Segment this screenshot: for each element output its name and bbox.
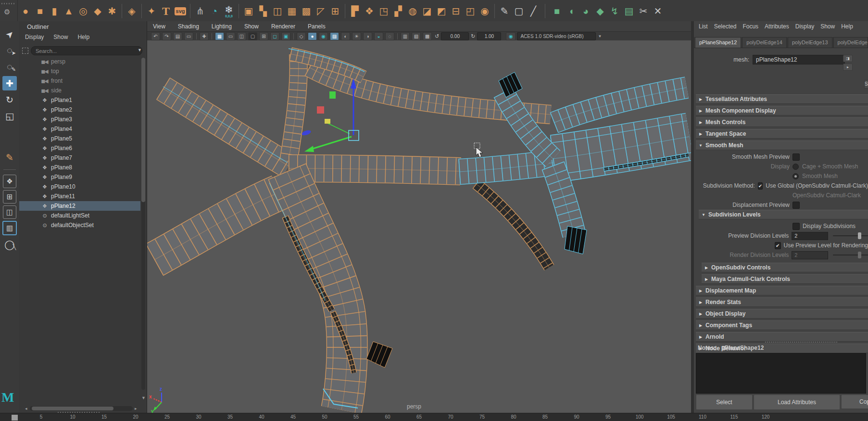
wireframe-display-icon[interactable]: ◇	[297, 32, 306, 40]
colorspace-dropdown[interactable]: ACES 1.0 SDR-video (sRGB)	[517, 32, 596, 40]
rotate-tool[interactable]: ↻	[2, 92, 17, 107]
viewport-menu-view[interactable]: View	[153, 23, 165, 30]
shelf-gear-icon[interactable]: ⚙	[4, 8, 10, 16]
outliner-item-pPlane6[interactable]: ❖pPlane6	[19, 143, 140, 153]
zoom-tool[interactable]: ◯╲	[2, 237, 17, 252]
poly-disc-icon[interactable]: ✱	[105, 2, 119, 20]
outliner-item-pPlane10[interactable]: ❖pPlane10	[19, 182, 140, 191]
outliner-scroll-down-icon[interactable]: ▼	[141, 395, 146, 400]
smooth-shade-all-icon[interactable]: ●	[308, 32, 317, 40]
sphere-project-icon[interactable]: ◉	[478, 2, 492, 20]
smooth-icon[interactable]: ▦	[285, 2, 299, 20]
safe-title-icon[interactable]: ▣	[281, 32, 290, 40]
poly-cube-icon[interactable]: ■	[33, 2, 47, 20]
ae-menu-show[interactable]: Show	[820, 23, 835, 30]
viewport-menu-shading[interactable]: Shading	[178, 23, 199, 30]
uv-cut-icon[interactable]: ✂	[636, 2, 651, 20]
wireframe-on-shaded-icon[interactable]: ◉	[319, 32, 328, 40]
outliner-menu-show[interactable]: Show	[53, 34, 68, 40]
film-gate-icon[interactable]: ▭	[226, 32, 235, 40]
redo-view-icon[interactable]: ↷	[162, 32, 171, 40]
displacement-preview-checkbox[interactable]	[793, 202, 800, 209]
viewport-menu-lighting[interactable]: Lighting	[212, 23, 232, 30]
hscroll-left-icon[interactable]: ◂	[25, 406, 27, 411]
svg-tool-icon[interactable]: svg	[173, 2, 188, 20]
outliner-item-pPlane3[interactable]: ❖pPlane3	[19, 115, 140, 124]
notes-resize-handle[interactable]	[765, 342, 837, 343]
section-opensubdiv-controls[interactable]: ▶OpenSubdiv Controls	[702, 263, 868, 272]
load-attributes-button[interactable]: Load Attributes	[754, 395, 840, 410]
section-smooth-mesh[interactable]: ▼Smooth Mesh	[696, 140, 868, 150]
display-subdivisions-checkbox[interactable]	[793, 223, 800, 230]
outliner-vscroll-thumb[interactable]	[141, 58, 145, 202]
outliner-item-persp[interactable]: ◼◀persp	[19, 57, 140, 66]
use-global-checkbox[interactable]: ✔	[758, 182, 763, 190]
outliner-hscroll[interactable]: ◂ ▸	[25, 406, 138, 411]
layout-four-pane[interactable]: ⊞	[3, 190, 16, 204]
xray-icon[interactable]: ▧	[412, 32, 421, 40]
outliner-item-pPlane7[interactable]: ❖pPlane7	[19, 153, 140, 163]
poly-text-icon[interactable]: T	[159, 2, 173, 20]
layout-single-pane[interactable]: ❖	[3, 175, 16, 188]
platonic-solid-icon[interactable]: ◈	[125, 2, 139, 20]
ae-menu-list[interactable]: List	[699, 23, 708, 30]
section-tangent-space[interactable]: ▶Tangent Space	[696, 129, 868, 139]
paint-select-tool[interactable]: ◌✎	[2, 60, 17, 74]
circularize-icon[interactable]: ◍	[405, 2, 420, 20]
ae-menu-attributes[interactable]: Attributes	[765, 23, 789, 30]
section-tessellation-attributes[interactable]: ▶Tessellation Attributes	[696, 94, 868, 104]
mesh-name-field[interactable]: pPlaneShape12	[753, 55, 845, 64]
field-chart-icon[interactable]: ⊞	[259, 32, 268, 40]
move-tool[interactable]: ✚	[2, 76, 17, 90]
hscroll-right-icon[interactable]: ▸	[135, 406, 137, 411]
project-curve-icon[interactable]: ▞	[391, 2, 405, 20]
make-live-icon[interactable]: ⋔	[193, 2, 207, 20]
bridge-icon[interactable]: ◳	[377, 2, 391, 20]
outliner-item-pPlane2[interactable]: ❖pPlane2	[19, 105, 140, 115]
uv-editor-icon[interactable]: ▤	[622, 2, 636, 20]
extract-face-icon[interactable]: ◩	[434, 2, 449, 20]
reset-time-clock-icon[interactable]: ◔	[207, 2, 222, 20]
ae-menu-selected[interactable]: Selected	[714, 23, 737, 30]
render-division-levels-slider[interactable]	[833, 255, 868, 255]
shadows-icon[interactable]: ◑	[363, 32, 372, 40]
sweep-mesh-icon[interactable]: ✦	[144, 2, 159, 20]
quadrangulate-icon[interactable]: ⊞	[328, 2, 342, 20]
opensubdiv-method-dropdown[interactable]: OpenSubdiv Catmull-Clark	[793, 192, 861, 199]
bookmark-view-icon[interactable]: ▤	[173, 32, 182, 40]
screen-space-ao-icon[interactable]: ◒	[374, 32, 383, 40]
gamma-field[interactable]: 1.00	[477, 32, 501, 40]
color-management-icon[interactable]: ◉	[506, 32, 516, 40]
uv-spherical-icon[interactable]: ◕	[579, 2, 593, 20]
section-subdivision-levels[interactable]: ▼Subdivision Levels	[699, 210, 868, 219]
uv-planar-icon[interactable]: ■	[550, 2, 564, 20]
section-mesh-component-display[interactable]: ▶Mesh Component Display	[696, 106, 868, 115]
search-caret-icon[interactable]: ▼	[138, 48, 142, 52]
resolution-gate-icon[interactable]: ◫	[237, 32, 246, 40]
gamma-icon[interactable]: ↻	[471, 33, 475, 39]
separate-icon[interactable]: ▚	[256, 2, 270, 20]
ae-menu-display[interactable]: Display	[795, 23, 814, 30]
safe-action-icon[interactable]: ◻	[270, 32, 279, 40]
tab-pPlaneShape12[interactable]: pPlaneShape12	[695, 37, 741, 48]
tab-polyDelEdge14[interactable]: polyDelEdge14	[742, 37, 787, 48]
poly-cylinder-icon[interactable]: ▮	[47, 2, 62, 20]
subdivide-icon[interactable]: ▩	[299, 2, 314, 20]
merge-components-icon[interactable]: ⊟	[449, 2, 463, 20]
section-object-display[interactable]: ▶Object Display	[696, 309, 868, 319]
use-default-material-icon[interactable]: ◐	[341, 32, 350, 40]
extrude-icon[interactable]: ▛	[348, 2, 362, 20]
time-slider[interactable]: 5101520253035404550556065707580859095100…	[0, 413, 868, 421]
render-division-levels-field[interactable]: 2	[792, 251, 828, 259]
transform-component-icon[interactable]: ◰	[463, 2, 478, 20]
bevel-icon[interactable]: ❖	[362, 2, 377, 20]
smooth-mesh-radio[interactable]	[793, 173, 799, 179]
tab-polyDelEdge12[interactable]: polyDelEdge12	[833, 37, 868, 48]
cage-smooth-mesh-radio[interactable]	[793, 164, 799, 170]
clipped-show-button[interactable]: Show	[864, 80, 868, 89]
select-button[interactable]: Select	[696, 395, 753, 410]
use-preview-level-checkbox[interactable]: ✔	[775, 242, 781, 249]
outliner-item-pPlane11[interactable]: ❖pPlane11	[19, 191, 140, 201]
scale-tool[interactable]: ◱	[2, 109, 17, 123]
focus-node-icon[interactable]: ◨	[843, 55, 853, 62]
